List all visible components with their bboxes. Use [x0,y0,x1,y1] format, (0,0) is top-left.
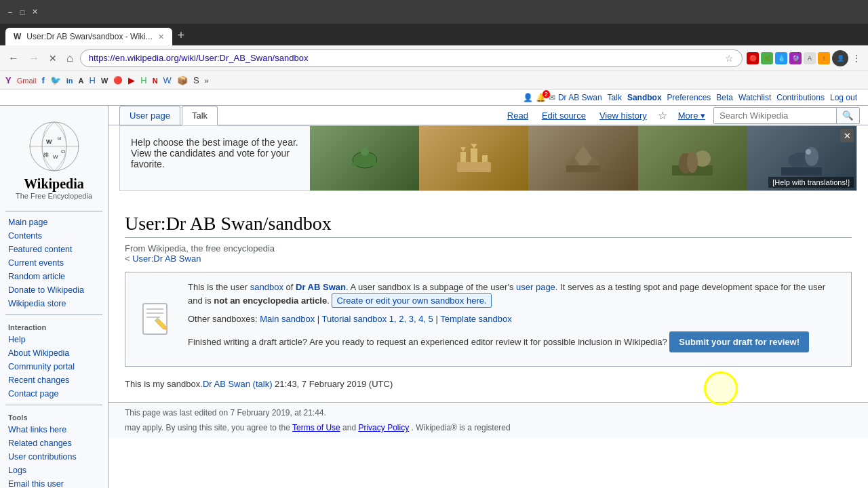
tab-user-page[interactable]: User page [119,106,180,125]
read-link[interactable]: Read [502,106,534,125]
sidebar-item-community[interactable]: Community portal [0,360,108,373]
wikipedia-subtitle: The Free Encyclopedia [16,192,92,200]
create-sandbox-link[interactable]: Create or edit your own sandbox here. [336,296,486,306]
sidebar-item-contact[interactable]: Contact page [0,387,108,401]
logout-link[interactable]: Log out [830,93,857,102]
url-bar[interactable]: https://en.wikipedia.org/wiki/User:Dr_AB… [80,49,743,67]
bookmark-red[interactable]: 🔴 [113,76,123,85]
submit-draft-button[interactable]: Submit your draft for review! [669,331,809,352]
banner-translate-link[interactable]: [Help with translations!] [768,177,854,188]
sidebar-item-recent[interactable]: Recent changes [0,373,108,387]
ext-icon-2[interactable]: 🌿 [761,52,773,64]
more-dropdown[interactable]: More ▾ [673,106,711,125]
preferences-link[interactable]: Preferences [667,93,711,102]
bookmark-linkedin[interactable]: in [66,77,73,85]
notification-icon: 🔔2 [536,93,546,102]
banner-image-4 [638,126,747,190]
ext-icon-3[interactable]: 💧 [775,52,787,64]
sandbox-link[interactable]: sandbox [250,282,283,292]
watchlist-star-icon[interactable]: ☆ [655,106,670,125]
bookmark-netflix[interactable]: N [153,77,158,85]
bookmark-h2[interactable]: H [140,75,146,85]
sidebar-item-usercontrib[interactable]: User contributions [0,450,108,464]
bookmark-star-icon[interactable]: ☆ [725,53,734,64]
svg-rect-13 [457,162,491,172]
bookmark-youtube[interactable]: ▶ [128,75,135,85]
tab-bar: W User:Dr AB Swan/sandbox - Wiki... ✕ + [0,24,868,45]
nav-divider-1 [5,211,102,211]
user-dr-link[interactable]: Dr AB Swan [296,282,346,292]
sidebar-item-donate[interactable]: Donate to Wikipedia [0,283,108,297]
beta-link[interactable]: Beta [716,93,733,102]
bookmark-dropbox[interactable]: 📦 [177,75,188,85]
ext-icon-4[interactable]: 🔮 [789,52,802,64]
sidebar-item-featured[interactable]: Featured content [0,243,108,256]
tutorial-sandbox-link[interactable]: Tutorial sandbox 1, 2, 3, 4, 5 [322,314,433,324]
main-sandbox-link[interactable]: Main sandbox [260,314,315,324]
reload-button[interactable]: ✕ [46,50,60,66]
tools-header: Tools [0,409,108,423]
sidebar-item-main-page[interactable]: Main page [0,216,108,229]
sidebar-item-contents[interactable]: Contents [0,229,108,243]
svg-text:W: W [46,138,52,145]
user-talk-link[interactable]: Dr AB Swan (talk) [203,379,273,389]
bookmark-a[interactable]: A [79,77,84,85]
new-tab-button[interactable]: + [172,26,191,45]
search-input[interactable] [714,108,836,123]
bookmark-twitter[interactable]: 🐦 [50,75,61,85]
close-button[interactable]: ✕ [30,7,39,17]
sidebar-item-about[interactable]: About Wikipedia [0,346,108,360]
ext-icon-1[interactable]: 🔴 [747,52,759,64]
view-history-link[interactable]: View history [594,106,652,125]
bookmark-gmail[interactable]: Gmail [17,77,37,85]
sandbox-header-link[interactable]: Sandbox [627,93,662,102]
search-button[interactable]: 🔍 [836,108,859,123]
tab-talk[interactable]: Talk [182,106,218,125]
bookmark-y[interactable]: Y [5,75,12,85]
active-tab[interactable]: W User:Dr AB Swan/sandbox - Wiki... ✕ [5,28,172,45]
bookmark-wikipedia[interactable]: W [101,77,108,85]
username-link[interactable]: Dr AB Swan [558,93,602,102]
user-page-text-link[interactable]: user page [516,282,555,292]
user-avatar[interactable]: 👤 [832,50,848,66]
sidebar-item-store[interactable]: Wikipedia store [0,297,108,310]
sidebar-item-random[interactable]: Random article [0,270,108,283]
banner-close-button[interactable]: ✕ [840,129,854,142]
home-button[interactable]: ⌂ [64,49,76,67]
privacy-link[interactable]: Privacy Policy [358,423,409,432]
maximize-button[interactable]: □ [18,7,27,17]
bookmark-s[interactable]: S [193,75,199,85]
from-text: From Wikipedia, the free encyclopedia [125,243,275,253]
bookmark-facebook[interactable]: f [41,75,44,85]
forward-button[interactable]: → [26,49,42,67]
svg-point-26 [687,151,698,173]
terms-link[interactable]: Terms of Use [292,423,340,432]
sidebar-item-whatlinks[interactable]: What links here [0,423,108,436]
sidebar-item-related[interactable]: Related changes [0,436,108,450]
less-than: < [125,253,132,264]
bookmark-more[interactable]: » [205,77,209,85]
sidebar-item-events[interactable]: Current events [0,256,108,270]
more-options-icon[interactable]: ⋮ [850,52,863,64]
template-sandbox-link[interactable]: Template sandbox [440,314,512,324]
sidebar-item-email[interactable]: Email this user [0,477,108,488]
back-button[interactable]: ← [5,49,22,67]
sidebar-item-help[interactable]: Help [0,333,108,346]
footer-and: and [342,423,356,432]
edit-source-link[interactable]: Edit source [536,106,591,125]
watchlist-link[interactable]: Watchlist [738,93,771,102]
ext-icon-5[interactable]: A [804,52,816,64]
minimize-button[interactable]: − [5,7,15,17]
bookmark-h[interactable]: H [89,75,95,85]
bookmark-w2[interactable]: W [163,75,172,85]
ext-icon-6[interactable]: ! [818,52,830,64]
sidebar-logo: W ω Ω 維 W Wikipedia The Free Encyclopedi… [0,111,108,208]
contributions-link[interactable]: Contributions [776,93,825,102]
talk-header-link[interactable]: Talk [608,93,622,102]
tab-close-button[interactable]: ✕ [158,33,164,41]
pencil-document-svg [140,300,174,338]
sandbox-text-area: This is the user sandbox of Dr AB Swan. … [188,281,840,358]
sidebar-item-logs[interactable]: Logs [0,464,108,477]
user-page-link[interactable]: User:Dr AB Swan [132,253,201,264]
interaction-section: Interaction Help About Wikipedia Communi… [0,319,108,401]
